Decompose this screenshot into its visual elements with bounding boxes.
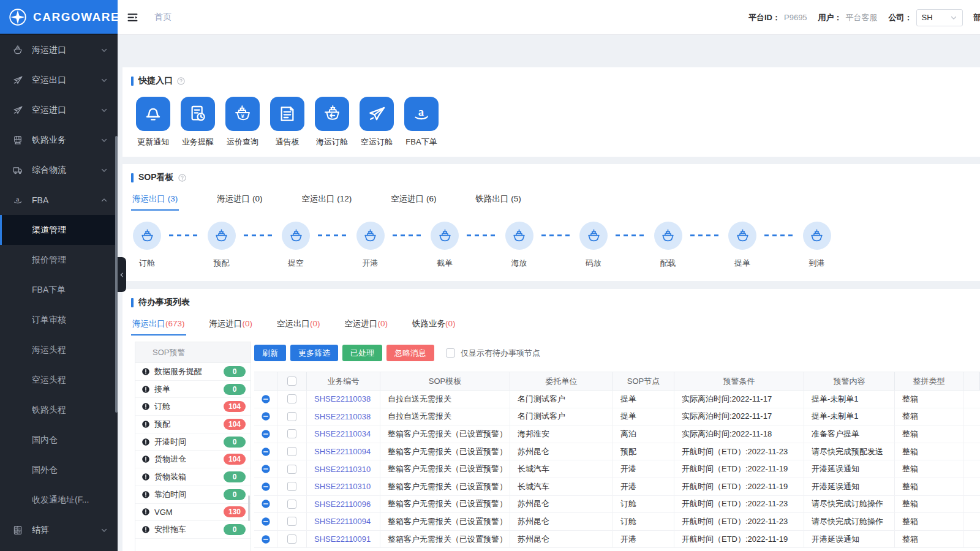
- sidebar-item[interactable]: FBA下单: [0, 275, 118, 305]
- company-select[interactable]: SH: [916, 9, 963, 26]
- alert-panel-scrollbar[interactable]: [248, 495, 250, 521]
- sop-step[interactable]: 提单: [728, 222, 803, 269]
- sidebar-collapse-handle[interactable]: [118, 257, 126, 292]
- collapse-row-icon[interactable]: [261, 394, 271, 404]
- sop-alert-row[interactable]: 靠泊时间 0: [135, 486, 251, 504]
- business-no-link[interactable]: SHSE22110038: [307, 408, 380, 425]
- row-checkbox[interactable]: [287, 429, 296, 438]
- row-checkbox[interactable]: [287, 517, 296, 526]
- ignore-message-button[interactable]: 忽略消息: [386, 345, 434, 361]
- quick-entry-item[interactable]: a FBA下单: [404, 97, 439, 148]
- sop-step[interactable]: 提空: [282, 222, 356, 269]
- sop-alert-row[interactable]: 接单 0: [135, 381, 251, 399]
- menu-toggle-icon[interactable]: [126, 11, 139, 24]
- sop-step[interactable]: 到港: [803, 222, 878, 269]
- sidebar-item[interactable]: 收发通地址(F...: [0, 485, 118, 515]
- sidebar-item[interactable]: 报价管理: [0, 245, 118, 275]
- sop-step[interactable]: 配载: [654, 222, 729, 269]
- business-no-link[interactable]: SHSE22110094: [307, 443, 380, 460]
- business-no-link[interactable]: SHSE22110091: [307, 531, 380, 548]
- sidebar-item[interactable]: 综合物流: [0, 155, 118, 185]
- quick-entry-item[interactable]: 海运订舱: [315, 97, 349, 148]
- sop-alert-row[interactable]: 安排拖车 0: [135, 521, 251, 539]
- ship-step-icon: [654, 222, 682, 250]
- sidebar-item[interactable]: 国内仓: [0, 425, 118, 455]
- sop-board-tab[interactable]: 空运进口 (6): [390, 192, 437, 211]
- todo-tab[interactable]: 海运进口(0): [208, 317, 254, 335]
- business-no-link[interactable]: SHSE22110034: [307, 425, 380, 443]
- sop-board-tab[interactable]: 铁路出口 (5): [475, 192, 522, 211]
- business-no-link[interactable]: SHSE22110096: [307, 496, 380, 513]
- sop-alert-row[interactable]: 货物装箱 0: [135, 468, 251, 486]
- refresh-button[interactable]: 刷新: [254, 345, 286, 361]
- sop-step[interactable]: 预配: [208, 222, 282, 269]
- collapse-row-icon[interactable]: [261, 534, 271, 544]
- sop-alert-row[interactable]: 预配 104: [135, 416, 251, 433]
- sidebar-item[interactable]: 海运头程: [0, 335, 118, 365]
- more-filter-button[interactable]: 更多筛选: [290, 345, 338, 361]
- tab-home[interactable]: 首页: [154, 12, 172, 23]
- row-checkbox[interactable]: [287, 465, 296, 474]
- collapse-row-icon[interactable]: [261, 464, 271, 474]
- sop-alert-row[interactable]: 订舱 104: [135, 398, 251, 416]
- row-checkbox[interactable]: [287, 447, 296, 456]
- sop-board-tab[interactable]: 海运出口 (3): [131, 192, 179, 211]
- sop-step[interactable]: 截单: [431, 222, 505, 269]
- sop-alert-row[interactable]: 货物进仓 104: [135, 451, 251, 468]
- business-no-link[interactable]: SHSE22110094: [307, 513, 380, 530]
- sop-board-tab[interactable]: 海运进口 (0): [216, 192, 263, 211]
- collapse-row-icon[interactable]: [261, 447, 271, 457]
- sidebar-item[interactable]: a FBA: [0, 185, 118, 215]
- collapse-row-icon[interactable]: [261, 411, 271, 421]
- app-logo[interactable]: CARGOWARE: [0, 0, 118, 35]
- sidebar-item[interactable]: 订单审核: [0, 305, 118, 335]
- sidebar-item[interactable]: 空运出口: [0, 65, 118, 95]
- collapse-row-icon[interactable]: [261, 429, 271, 439]
- sop-step-label: 海放: [505, 258, 533, 269]
- only-todo-checkbox[interactable]: [446, 348, 455, 358]
- sop-alert-row[interactable]: 数据服务提醒 0: [135, 363, 251, 381]
- todo-tab[interactable]: 空运进口(0): [344, 317, 390, 335]
- collapse-row-icon[interactable]: [261, 517, 271, 527]
- sidebar-item[interactable]: 铁路业务: [0, 125, 118, 155]
- business-no-link[interactable]: SHSE22110310: [307, 478, 380, 495]
- sop-board-tab[interactable]: 空运出口 (12): [301, 192, 353, 211]
- overflow-cell: [963, 425, 980, 443]
- row-checkbox[interactable]: [287, 394, 296, 403]
- row-checkbox[interactable]: [287, 534, 296, 544]
- platform-id-value: P9695: [784, 13, 807, 22]
- quick-entry-item[interactable]: 通告板: [270, 97, 304, 148]
- sop-step[interactable]: 海放: [505, 222, 580, 269]
- business-no-link[interactable]: SHSE22110310: [307, 460, 380, 478]
- sidebar-item[interactable]: 国外仓: [0, 455, 118, 485]
- select-all-checkbox[interactable]: [287, 377, 296, 386]
- quick-entry-item[interactable]: ¥ 运价查询: [225, 97, 260, 148]
- sop-step[interactable]: 开港: [356, 222, 431, 269]
- collapse-row-icon[interactable]: [261, 499, 271, 509]
- sidebar-item[interactable]: 空运头程: [0, 365, 118, 395]
- todo-tab[interactable]: 铁路业务(0): [411, 317, 457, 335]
- help-icon[interactable]: [176, 77, 186, 86]
- help-icon[interactable]: [178, 173, 187, 182]
- quick-entry-item[interactable]: 空运订舱: [360, 97, 394, 148]
- sidebar-item[interactable]: 空运进口: [0, 95, 118, 125]
- processed-button[interactable]: 已处理: [342, 345, 382, 361]
- todo-tab[interactable]: 海运出口(673): [131, 317, 186, 335]
- sop-step[interactable]: 码放: [579, 222, 654, 269]
- row-checkbox[interactable]: [287, 412, 296, 421]
- row-checkbox[interactable]: [287, 500, 296, 509]
- sop-alert-row[interactable]: 开港时间 0: [135, 433, 251, 451]
- sop-step[interactable]: 订舱: [133, 222, 208, 269]
- sidebar-item[interactable]: 结算: [0, 515, 118, 545]
- quick-entry-item[interactable]: 业务提醒: [181, 97, 215, 148]
- collapse-row-icon[interactable]: [261, 482, 271, 492]
- sop-alert-row[interactable]: VGM 130: [135, 504, 251, 522]
- sidebar-item[interactable]: 渠道管理: [0, 215, 118, 245]
- table-header-row: 业务编号 SOP模板 委托单位 SOP节点 预警条件 预警内容 整拼类型: [254, 372, 980, 391]
- sidebar-item[interactable]: 铁路头程: [0, 395, 118, 425]
- sidebar-item[interactable]: 海运进口: [0, 35, 118, 65]
- business-no-link[interactable]: SHSE22110038: [307, 391, 380, 408]
- row-checkbox[interactable]: [287, 482, 296, 491]
- quick-entry-item[interactable]: 更新通知: [136, 97, 170, 148]
- todo-tab[interactable]: 空运出口(0): [276, 317, 322, 335]
